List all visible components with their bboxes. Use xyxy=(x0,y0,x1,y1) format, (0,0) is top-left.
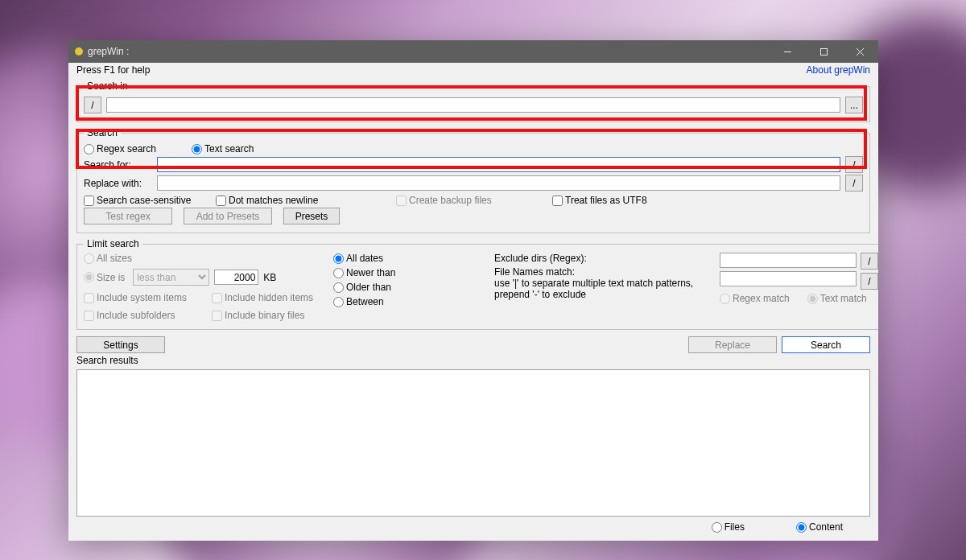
add-presets-button[interactable]: Add to Presets xyxy=(184,208,272,224)
window-title: grepWin : xyxy=(88,46,129,57)
exclude-dirs-input[interactable] xyxy=(720,253,857,268)
radio-between[interactable]: Between xyxy=(333,296,491,307)
checkbox-include-system[interactable]: Include system items xyxy=(84,292,208,303)
settings-button[interactable]: Settings xyxy=(76,336,165,353)
checkbox-include-hidden[interactable]: Include hidden items xyxy=(212,292,313,303)
replace-with-input[interactable] xyxy=(157,175,840,191)
label-search-results: Search results xyxy=(76,355,870,366)
search-button[interactable]: Search xyxy=(782,336,870,353)
exclude-slash-button[interactable]: / xyxy=(861,253,878,270)
titlebar: grepWin : xyxy=(68,40,878,63)
label-search-for: Search for: xyxy=(84,159,152,171)
replace-with-slash-button[interactable]: / xyxy=(845,175,863,191)
test-regex-button[interactable]: Test regex xyxy=(84,208,172,224)
filenames-slash-button[interactable]: / xyxy=(861,273,878,290)
search-in-slash-button[interactable]: / xyxy=(84,97,101,113)
about-link[interactable]: About grepWin xyxy=(807,64,870,76)
checkbox-include-binary[interactable]: Include binary files xyxy=(212,310,304,321)
size-op-select[interactable]: less than xyxy=(133,269,209,286)
app-window: grepWin : Press F1 for help About grepWi… xyxy=(68,40,878,541)
search-for-slash-button[interactable]: / xyxy=(845,156,863,173)
svg-rect-1 xyxy=(821,48,828,55)
checkbox-dot-newline[interactable]: Dot matches newline xyxy=(216,195,393,206)
label-kb: KB xyxy=(263,272,276,283)
radio-newer-than[interactable]: Newer than xyxy=(333,267,491,278)
checkbox-case-sensitive[interactable]: Search case-sensitive xyxy=(84,195,213,206)
replace-button[interactable]: Replace xyxy=(688,336,777,353)
presets-button[interactable]: Presets xyxy=(283,208,340,224)
legend-search: Search xyxy=(84,127,121,138)
radio-content-view[interactable]: Content xyxy=(796,521,843,533)
legend-search-in: Search in xyxy=(84,80,131,92)
browse-button[interactable]: ... xyxy=(845,97,863,113)
size-value-input[interactable] xyxy=(214,270,258,285)
radio-regex-match[interactable]: Regex match xyxy=(720,293,790,304)
group-search: Search Regex search Text search Search f… xyxy=(76,127,870,233)
label-replace-with: Replace with: xyxy=(84,178,152,189)
close-button[interactable] xyxy=(842,40,878,63)
app-icon xyxy=(75,47,83,56)
radio-older-than[interactable]: Older than xyxy=(333,282,491,293)
minimize-button[interactable] xyxy=(770,40,806,63)
radio-regex-search[interactable]: Regex search xyxy=(84,143,156,154)
radio-text-search[interactable]: Text search xyxy=(192,143,254,154)
checkbox-utf8[interactable]: Treat files as UTF8 xyxy=(552,195,647,206)
search-for-input[interactable] xyxy=(157,157,840,172)
checkbox-include-subfolders[interactable]: Include subfolders xyxy=(84,310,208,321)
radio-size-is[interactable]: Size is xyxy=(84,272,125,283)
help-hint: Press F1 for help xyxy=(76,64,150,76)
file-names-input[interactable] xyxy=(720,271,857,286)
label-exclude-dirs: Exclude dirs (Regex): xyxy=(494,253,720,264)
group-search-in: Search in / ... xyxy=(76,80,870,122)
legend-limit: Limit search xyxy=(84,238,142,249)
radio-all-dates[interactable]: All dates xyxy=(333,253,491,264)
group-limit: Limit search All sizes Size is less than xyxy=(76,238,878,330)
label-file-names: File Names match: use '|' to separate mu… xyxy=(494,267,720,300)
results-list[interactable] xyxy=(76,369,870,517)
maximize-button[interactable] xyxy=(806,40,842,63)
radio-all-sizes[interactable]: All sizes xyxy=(84,253,330,264)
checkbox-backup-files[interactable]: Create backup files xyxy=(396,195,549,206)
radio-files-view[interactable]: Files xyxy=(712,521,745,533)
radio-text-match[interactable]: Text match xyxy=(807,293,867,304)
search-in-input[interactable] xyxy=(106,97,840,113)
